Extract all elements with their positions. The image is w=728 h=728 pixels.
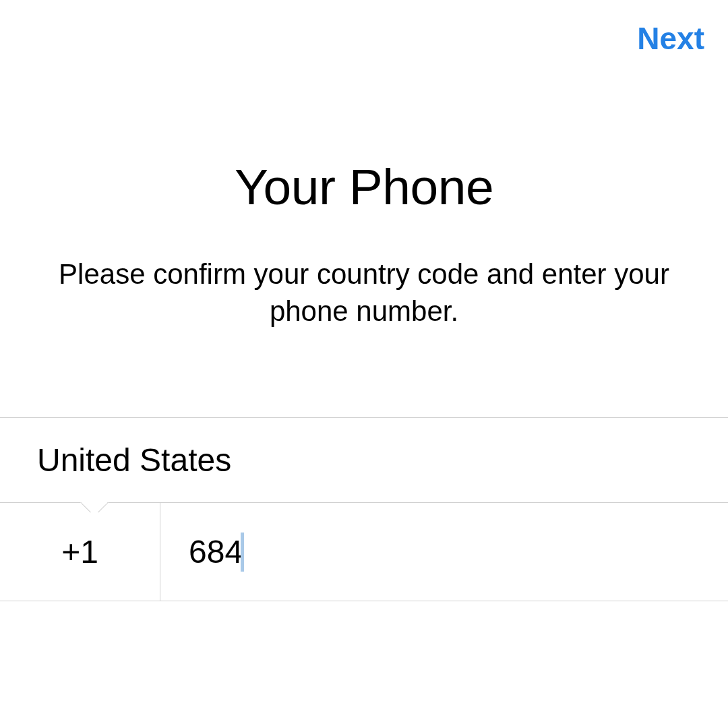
country-code-field[interactable]: +1	[0, 503, 160, 601]
phone-value: 684	[189, 533, 243, 570]
text-caret	[241, 533, 244, 572]
page-title: Your Phone	[0, 158, 728, 216]
next-button[interactable]: Next	[637, 20, 704, 57]
country-selector[interactable]: United States	[0, 417, 728, 502]
phone-input[interactable]: 684	[160, 503, 728, 601]
phone-row: +1 684	[0, 502, 728, 601]
page-subtitle: Please confirm your country code and ent…	[0, 256, 728, 330]
country-name-label: United States	[37, 442, 231, 478]
